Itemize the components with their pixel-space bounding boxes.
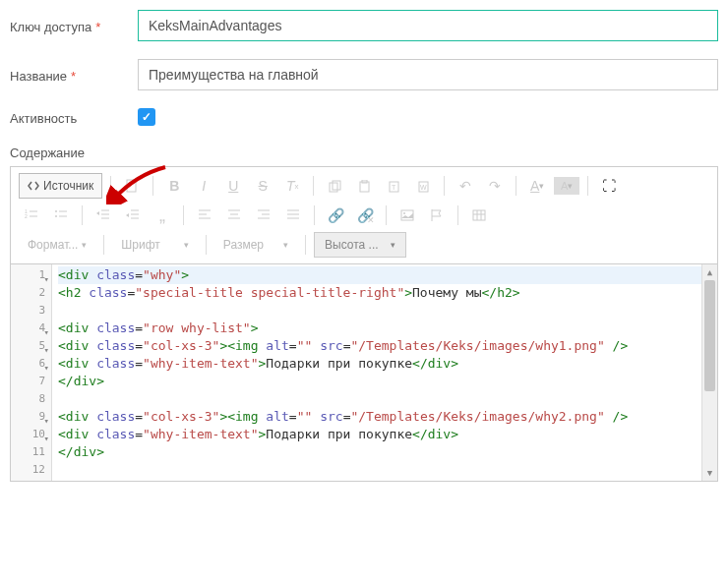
align-center-icon [227,208,241,222]
outdent-button[interactable] [91,203,116,228]
align-right-button[interactable] [251,203,276,228]
outdent-icon [96,208,110,222]
name-input[interactable] [138,59,718,90]
svg-point-36 [403,212,405,214]
code-line[interactable]: <h2 class="special-title special-title-r… [58,284,711,302]
svg-point-13 [55,210,57,212]
access-key-input[interactable] [138,10,718,41]
indent-button[interactable] [120,203,146,228]
font-dropdown[interactable]: Шрифт▾ [112,232,197,258]
size-dropdown[interactable]: Размер▾ [214,232,297,258]
code-line[interactable]: <div class="col-xs-3"><img alt="" src="/… [58,337,711,355]
align-center-button[interactable] [221,203,247,228]
new-page-button[interactable] [119,173,145,199]
bold-button[interactable]: B [161,173,187,199]
ol-icon: 12 [25,208,38,222]
code-line[interactable]: </div> [58,373,711,390]
code-line[interactable]: <div class="why-item-text">Подарки при п… [58,355,711,373]
scroll-down-button[interactable]: ▼ [702,465,717,481]
align-left-button[interactable] [192,203,217,228]
remove-format-button[interactable]: Tx [279,173,305,199]
source-icon [28,180,39,192]
svg-rect-0 [127,180,136,192]
bullet-list-button[interactable] [48,203,74,228]
unlink-button[interactable]: 🔗✕ [352,203,378,228]
code-line[interactable] [58,390,711,408]
strike-button[interactable]: S [250,173,275,199]
align-left-icon [198,208,212,222]
maximize-button[interactable]: ⛶ [596,173,622,199]
flag-icon [430,208,444,222]
bg-color-button[interactable]: A▾ [554,177,579,195]
source-button[interactable]: Источник [19,173,102,199]
label-active: Активность [10,109,138,126]
paste-icon [358,180,371,193]
code-line[interactable]: <div class="col-xs-3"><img alt="" src="/… [58,479,711,481]
svg-rect-1 [330,183,337,192]
align-justify-button[interactable] [280,203,306,228]
image-icon [400,208,414,222]
code-line[interactable]: <div class="col-xs-3"><img alt="" src="/… [58,408,711,426]
format-dropdown[interactable]: Формат...▾ [19,232,95,258]
vertical-scrollbar[interactable]: ▲ ▼ [701,264,717,481]
code-line[interactable]: <div class="row why-list"> [58,320,711,337]
paste-word-button[interactable]: W [410,173,436,199]
svg-rect-2 [333,181,340,190]
italic-button[interactable]: I [191,173,216,199]
paste-button[interactable] [351,173,377,199]
align-right-icon [257,208,271,222]
code-line[interactable] [58,302,711,320]
link-button[interactable]: 🔗 [323,203,348,228]
label-access-key: Ключ доступа* [10,18,138,34]
numbered-list-button[interactable]: 12 [19,203,44,228]
editor-toolbar: Источник B I U S Tx T W ↶ ↷ A▾ A▾ ⛶ 12 [11,167,717,264]
ul-icon [54,208,68,222]
page-icon [125,179,139,193]
source-code-editor[interactable]: 1▾234▾5▾6▾789▾10▾111213▾14▾ <div class="… [11,264,717,481]
code-line[interactable]: </div> [58,443,711,461]
table-button[interactable] [466,203,492,228]
copy-icon [329,180,341,193]
svg-point-15 [55,215,57,217]
redo-button[interactable]: ↷ [482,173,508,199]
active-checkbox[interactable]: ✓ [138,108,155,126]
paste-word-icon: W [417,180,430,193]
line-number-gutter: 1▾234▾5▾6▾789▾10▾111213▾14▾ [11,264,52,481]
paste-text-button[interactable]: T [381,173,406,199]
text-color-button[interactable]: A▾ [524,173,550,199]
code-line[interactable] [58,461,711,479]
svg-rect-37 [473,210,485,220]
code-line[interactable]: <div class="why"> [58,266,711,284]
label-content: Содержание [10,144,138,160]
copy-button[interactable] [322,173,347,199]
align-justify-icon [286,208,300,222]
flag-button[interactable] [424,203,450,228]
paste-text-icon: T [388,180,400,193]
code-line[interactable]: <div class="why-item-text">Подарки при п… [58,426,711,443]
underline-button[interactable]: U [220,173,246,199]
undo-button[interactable]: ↶ [453,173,478,199]
height-dropdown[interactable]: Высота ...▾ [314,232,406,258]
label-name: Название* [10,67,138,84]
svg-text:W: W [420,184,427,191]
editor-container: Источник B I U S Tx T W ↶ ↷ A▾ A▾ ⛶ 12 [10,166,718,482]
table-icon [472,208,486,222]
scroll-up-button[interactable]: ▲ [702,264,717,280]
blockquote-button[interactable]: „ [150,203,175,228]
svg-text:T: T [392,184,396,191]
image-button[interactable] [394,203,420,228]
svg-text:2: 2 [25,213,28,219]
indent-icon [126,208,140,222]
